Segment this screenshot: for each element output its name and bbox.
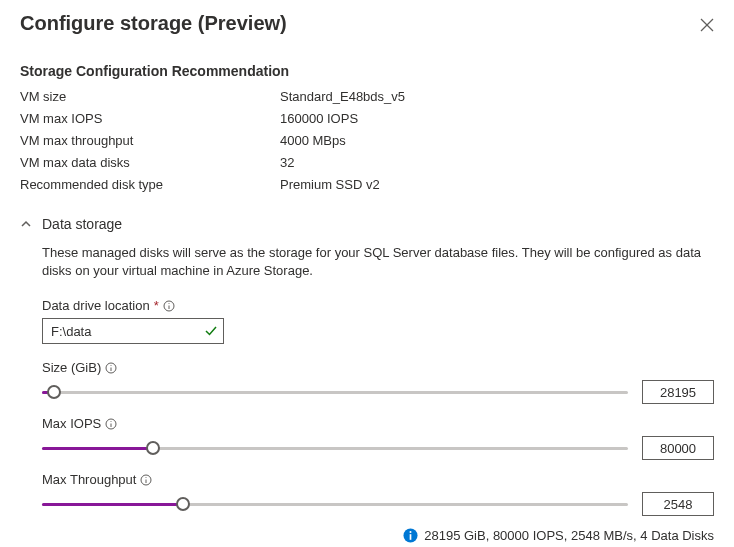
chevron-up-icon: [20, 218, 32, 230]
recommendation-label: VM max throughput: [20, 133, 280, 148]
recommendation-heading: Storage Configuration Recommendation: [20, 63, 714, 79]
svg-point-13: [146, 477, 147, 478]
data-storage-toggle[interactable]: Data storage: [20, 216, 714, 232]
slider-thumb[interactable]: [47, 385, 61, 399]
throughput-value-input[interactable]: [642, 492, 714, 516]
recommendation-row: VM max data disks 32: [20, 155, 714, 170]
svg-rect-15: [410, 535, 412, 541]
size-slider[interactable]: [42, 382, 628, 402]
info-icon[interactable]: [140, 474, 152, 486]
recommendation-value: 160000 IOPS: [280, 111, 358, 126]
info-icon[interactable]: [163, 300, 175, 312]
recommendation-row: Recommended disk type Premium SSD v2: [20, 177, 714, 192]
svg-point-7: [111, 365, 112, 366]
check-icon: [204, 324, 218, 338]
info-icon[interactable]: [105, 362, 117, 374]
recommendation-label: VM max IOPS: [20, 111, 280, 126]
info-icon: [403, 528, 418, 543]
recommendation-value: 32: [280, 155, 294, 170]
recommendation-row: VM max throughput 4000 MBps: [20, 133, 714, 148]
svg-point-4: [168, 303, 169, 304]
storage-summary: 28195 GiB, 80000 IOPS, 2548 MB/s, 4 Data…: [424, 528, 714, 543]
recommendation-row: VM max IOPS 160000 IOPS: [20, 111, 714, 126]
recommendation-value: 4000 MBps: [280, 133, 346, 148]
svg-point-10: [111, 421, 112, 422]
recommendation-label: VM max data disks: [20, 155, 280, 170]
recommendation-row: VM size Standard_E48bds_v5: [20, 89, 714, 104]
iops-slider[interactable]: [42, 438, 628, 458]
recommendation-value: Premium SSD v2: [280, 177, 380, 192]
data-storage-section: Data storage These managed disks will se…: [20, 216, 714, 543]
size-value-input[interactable]: [642, 380, 714, 404]
close-icon[interactable]: [700, 18, 714, 32]
recommendation-value: Standard_E48bds_v5: [280, 89, 405, 104]
data-storage-description: These managed disks will serve as the st…: [42, 244, 714, 280]
slider-thumb[interactable]: [146, 441, 160, 455]
svg-point-16: [410, 531, 412, 533]
slider-thumb[interactable]: [176, 497, 190, 511]
page-title: Configure storage (Preview): [20, 12, 287, 35]
drive-location-input[interactable]: [42, 318, 224, 344]
throughput-label: Max Throughput: [42, 472, 136, 487]
recommendation-section: Storage Configuration Recommendation VM …: [20, 63, 714, 192]
required-indicator: *: [154, 298, 159, 313]
recommendation-label: Recommended disk type: [20, 177, 280, 192]
throughput-slider[interactable]: [42, 494, 628, 514]
data-storage-title: Data storage: [42, 216, 122, 232]
drive-location-label: Data drive location: [42, 298, 150, 313]
size-label: Size (GiB): [42, 360, 101, 375]
iops-label: Max IOPS: [42, 416, 101, 431]
recommendation-label: VM size: [20, 89, 280, 104]
info-icon[interactable]: [105, 418, 117, 430]
iops-value-input[interactable]: [642, 436, 714, 460]
